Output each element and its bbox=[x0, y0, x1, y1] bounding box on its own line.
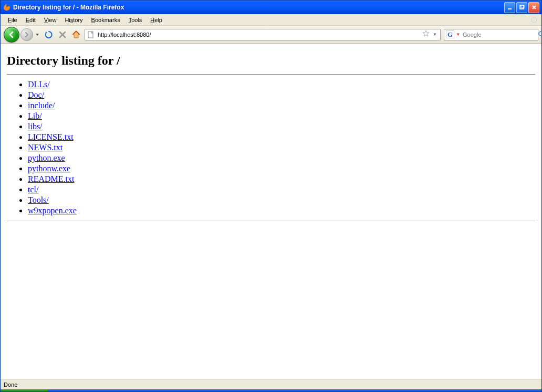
back-button[interactable] bbox=[4, 27, 19, 43]
browser-window: Directory listing for / - Mozilla Firefo… bbox=[0, 0, 542, 392]
directory-link[interactable]: python.exe bbox=[28, 153, 65, 162]
search-go-icon[interactable] bbox=[538, 30, 542, 39]
list-item: w9xpopen.exe bbox=[28, 206, 535, 215]
directory-link[interactable]: libs/ bbox=[28, 122, 43, 131]
stop-button[interactable] bbox=[57, 29, 68, 40]
home-button[interactable] bbox=[71, 29, 81, 40]
activity-throbber-icon bbox=[530, 16, 538, 24]
search-input[interactable] bbox=[462, 30, 536, 39]
search-bar[interactable]: G ▼ bbox=[444, 29, 538, 40]
svg-point-4 bbox=[531, 17, 537, 23]
directory-link[interactable]: w9xpopen.exe bbox=[28, 206, 77, 215]
list-item: LICENSE.txt bbox=[28, 132, 535, 142]
directory-link[interactable]: Lib/ bbox=[28, 111, 42, 120]
directory-link[interactable]: NEWS.txt bbox=[28, 143, 62, 152]
svg-point-6 bbox=[539, 32, 542, 36]
page-icon bbox=[87, 31, 95, 38]
navigation-toolbar: ▼ G ▼ bbox=[1, 26, 541, 44]
window-title: Directory listing for / - Mozilla Firefo… bbox=[13, 4, 504, 11]
close-button[interactable] bbox=[528, 2, 539, 13]
url-dropdown-icon[interactable]: ▼ bbox=[432, 32, 438, 37]
menu-help[interactable]: Help bbox=[146, 16, 166, 24]
directory-link[interactable]: LICENSE.txt bbox=[28, 132, 74, 141]
url-input[interactable] bbox=[97, 30, 420, 39]
menu-history[interactable]: History bbox=[60, 16, 87, 24]
page-heading: Directory listing for / bbox=[7, 54, 535, 68]
directory-list: DLLs/Doc/include/Lib/libs/LICENSE.txtNEW… bbox=[7, 80, 535, 215]
url-bar[interactable]: ▼ bbox=[85, 29, 441, 40]
directory-link[interactable]: tcl/ bbox=[28, 185, 38, 194]
forward-button[interactable] bbox=[20, 28, 33, 41]
list-item: include/ bbox=[28, 101, 535, 110]
directory-link[interactable]: Tools/ bbox=[28, 195, 49, 204]
directory-link[interactable]: README.txt bbox=[28, 174, 74, 183]
menu-view[interactable]: View bbox=[40, 16, 61, 24]
directory-link[interactable]: Doc/ bbox=[28, 90, 44, 99]
svg-rect-1 bbox=[508, 8, 512, 9]
list-item: README.txt bbox=[28, 174, 535, 184]
directory-link[interactable]: DLLs/ bbox=[28, 80, 50, 89]
status-bar: Done bbox=[1, 379, 541, 389]
directory-link[interactable]: include/ bbox=[28, 101, 55, 110]
list-item: tcl/ bbox=[28, 185, 535, 194]
list-item: Doc/ bbox=[28, 90, 535, 100]
taskbar-sliver bbox=[1, 389, 541, 391]
firefox-icon bbox=[3, 3, 11, 12]
divider bbox=[7, 221, 535, 221]
titlebar[interactable]: Directory listing for / - Mozilla Firefo… bbox=[1, 1, 541, 14]
page-content[interactable]: Directory listing for / DLLs/Doc/include… bbox=[1, 44, 541, 379]
menu-edit[interactable]: Edit bbox=[22, 16, 40, 24]
list-item: Tools/ bbox=[28, 195, 535, 205]
minimize-button[interactable] bbox=[504, 2, 515, 13]
search-engine-dropdown-icon[interactable]: ▼ bbox=[456, 32, 460, 37]
list-item: pythonw.exe bbox=[28, 164, 535, 173]
maximize-button[interactable] bbox=[516, 2, 527, 13]
svg-rect-2 bbox=[520, 5, 524, 9]
status-text: Done bbox=[4, 381, 17, 388]
menu-file[interactable]: File bbox=[4, 16, 22, 24]
list-item: libs/ bbox=[28, 122, 535, 131]
search-engine-icon[interactable]: G bbox=[446, 30, 454, 38]
bookmark-star-icon[interactable] bbox=[422, 30, 430, 39]
list-item: DLLs/ bbox=[28, 80, 535, 89]
menu-tools[interactable]: Tools bbox=[124, 16, 147, 24]
directory-link[interactable]: pythonw.exe bbox=[28, 164, 70, 173]
list-item: python.exe bbox=[28, 153, 535, 163]
menubar: FileEditViewHistoryBookmarksToolsHelp bbox=[1, 14, 541, 26]
back-forward-group bbox=[4, 27, 40, 43]
menu-bookmarks[interactable]: Bookmarks bbox=[87, 16, 124, 24]
reload-button[interactable] bbox=[44, 29, 54, 40]
history-dropdown[interactable] bbox=[34, 28, 40, 41]
divider bbox=[7, 74, 535, 75]
list-item: NEWS.txt bbox=[28, 143, 535, 152]
list-item: Lib/ bbox=[28, 111, 535, 121]
window-controls bbox=[504, 2, 539, 13]
